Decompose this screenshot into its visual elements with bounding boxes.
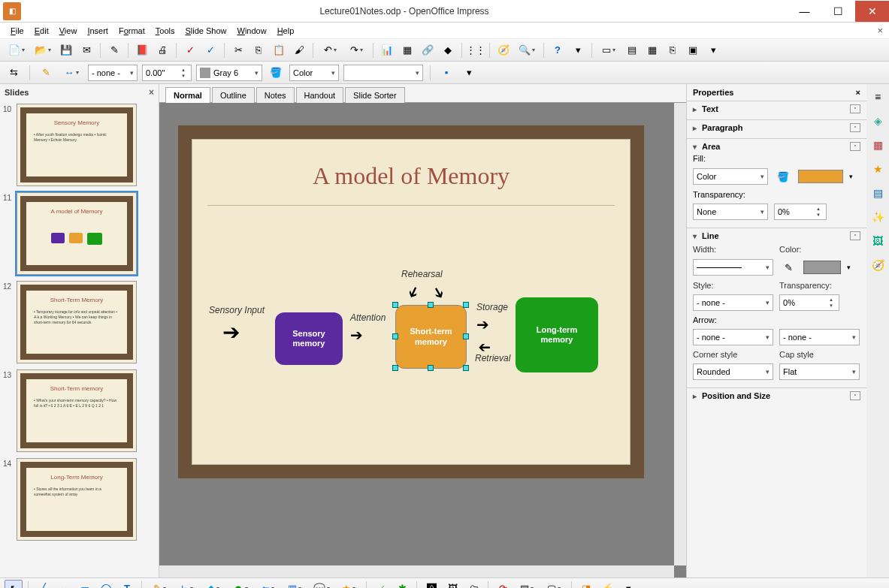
flowcharts-tool[interactable]: ▥ bbox=[283, 580, 307, 589]
menu-view[interactable]: View bbox=[55, 25, 82, 37]
line-trans-spinner[interactable]: 0%▲▼ bbox=[779, 294, 839, 311]
scrollbar-vertical[interactable] bbox=[674, 103, 686, 565]
area-button[interactable]: 🪣 bbox=[267, 64, 285, 82]
menu-insert[interactable]: Insert bbox=[83, 25, 113, 37]
edit-button[interactable]: ✎ bbox=[105, 41, 123, 59]
navigator-button[interactable]: 🧭 bbox=[494, 41, 513, 59]
sidetab-3d[interactable]: ◈ bbox=[869, 113, 886, 129]
shadow-button[interactable]: ▪ bbox=[437, 64, 455, 82]
slide-design-button[interactable]: ▤ bbox=[623, 41, 641, 59]
text-tool[interactable]: T bbox=[118, 580, 136, 589]
new-button[interactable]: 📄 bbox=[5, 41, 29, 59]
line-tool[interactable]: ╱ bbox=[34, 580, 52, 589]
section-position[interactable]: Position and Size bbox=[702, 391, 770, 400]
basic-shapes-tool[interactable]: ◆ bbox=[201, 580, 225, 589]
more-icon[interactable]: ▫ bbox=[850, 142, 860, 151]
tab-handout[interactable]: Handout bbox=[296, 87, 344, 103]
cut-button[interactable]: ✂ bbox=[229, 41, 247, 59]
undo-button[interactable]: ↶ bbox=[318, 41, 342, 59]
highlight-button[interactable]: ✎ bbox=[37, 64, 55, 82]
pencil-icon[interactable]: ✎ bbox=[779, 258, 797, 276]
table-button[interactable]: ▦ bbox=[398, 41, 416, 59]
transparency-type-combo[interactable]: None▾ bbox=[693, 204, 768, 220]
fontwork-tool[interactable]: 🅰 bbox=[422, 580, 440, 589]
line-width-combo[interactable]: ▾ bbox=[693, 259, 773, 276]
interaction-tool[interactable]: ⚡ bbox=[598, 580, 616, 589]
line-color-swatch[interactable] bbox=[803, 261, 841, 274]
arrow-right-combo[interactable]: - none -▾ bbox=[779, 329, 860, 345]
grid-button[interactable]: ⋮⋮ bbox=[467, 41, 485, 59]
connector-tool[interactable]: ⤷ bbox=[174, 580, 198, 589]
tab-notes[interactable]: Notes bbox=[256, 87, 295, 103]
paste-button[interactable]: 📋 bbox=[270, 41, 288, 59]
box-shortterm[interactable]: Short-term memory bbox=[395, 305, 467, 369]
open-button[interactable]: 📂 bbox=[31, 41, 55, 59]
help-button[interactable]: ? bbox=[549, 41, 567, 59]
menu-edit[interactable]: Edit bbox=[30, 25, 53, 37]
arrow-left-combo[interactable]: - none -▾ bbox=[693, 329, 773, 345]
menu-format[interactable]: Format bbox=[114, 25, 150, 37]
stars-tool[interactable]: ★ bbox=[337, 580, 361, 589]
format-paint-button[interactable]: 🖌 bbox=[290, 41, 308, 59]
tab-outline[interactable]: Outline bbox=[212, 87, 255, 103]
menu-slideshow[interactable]: Slide Show bbox=[180, 25, 231, 37]
menu-window[interactable]: Window bbox=[233, 25, 271, 37]
arrange-tool[interactable]: ▢ bbox=[542, 580, 566, 589]
arrow-tool[interactable]: → bbox=[55, 580, 73, 589]
zoom-button[interactable]: 🔍 bbox=[515, 41, 539, 59]
section-line[interactable]: Line bbox=[702, 231, 719, 240]
arrowstyle-button[interactable]: ⇆ bbox=[5, 64, 23, 82]
show-draw-button[interactable]: ◆ bbox=[439, 41, 457, 59]
close-button[interactable]: ✕ bbox=[855, 1, 889, 22]
curve-tool[interactable]: ✎ bbox=[147, 580, 171, 589]
block-arrows-tool[interactable]: ⬅ bbox=[256, 580, 280, 589]
save-button[interactable]: 💾 bbox=[57, 41, 75, 59]
tbmore-button[interactable]: ▾ bbox=[704, 41, 722, 59]
slides-close-button[interactable]: × bbox=[149, 87, 154, 98]
duplicate-slide-button[interactable]: ⎘ bbox=[664, 41, 682, 59]
sidetab-properties[interactable]: ≡ bbox=[869, 89, 886, 105]
spellcheck-button[interactable]: ✓ bbox=[181, 41, 199, 59]
menu-file[interactable]: File bbox=[6, 25, 29, 37]
scrollbar-horizontal[interactable] bbox=[159, 565, 674, 577]
sidetab-layout[interactable]: ▤ bbox=[869, 185, 886, 201]
select-tool[interactable]: ↖ bbox=[5, 580, 23, 589]
line-style-combo[interactable]: - none -▾ bbox=[88, 65, 138, 81]
ellipse-tool[interactable]: ◯ bbox=[97, 580, 115, 589]
doc-close-button[interactable]: × bbox=[877, 25, 883, 36]
slideshow-button[interactable]: ▣ bbox=[684, 41, 702, 59]
points-tool[interactable]: ⟋ bbox=[372, 580, 390, 589]
transparency-spinner[interactable]: 0%▲▼ bbox=[774, 204, 827, 220]
line-width-spinner[interactable]: 0.00"▲▼ bbox=[142, 65, 192, 81]
sidetab-gallery[interactable]: 🖼 bbox=[869, 233, 886, 249]
box-longterm[interactable]: Long-term memory bbox=[516, 297, 598, 372]
more-icon[interactable]: ▫ bbox=[850, 104, 860, 113]
fill-color-combo[interactable]: ▾ bbox=[343, 65, 423, 81]
menu-tools[interactable]: Tools bbox=[151, 25, 180, 37]
slide-layout-button[interactable]: ▦ bbox=[643, 41, 661, 59]
align-tool[interactable]: ▤ bbox=[515, 580, 539, 589]
redo-button[interactable]: ↷ bbox=[344, 41, 368, 59]
sidetab-anim[interactable]: ✨ bbox=[869, 209, 886, 225]
glue-tool[interactable]: ✱ bbox=[393, 580, 411, 589]
section-text[interactable]: Text bbox=[702, 104, 718, 113]
minimize-button[interactable]: — bbox=[788, 1, 821, 22]
rect-tool[interactable]: ▭ bbox=[76, 580, 94, 589]
extrusion-tool[interactable]: ◨ bbox=[577, 580, 595, 589]
sidetab-nav[interactable]: 🧭 bbox=[869, 257, 886, 273]
slide-canvas[interactable]: A model of Memory Sensory Input ➔ Sensor… bbox=[159, 103, 686, 577]
more-icon[interactable]: ▫ bbox=[850, 123, 860, 132]
slide-button[interactable]: ▭ bbox=[597, 41, 621, 59]
more-icon[interactable]: ▫ bbox=[850, 391, 860, 400]
copy-button[interactable]: ⎘ bbox=[249, 41, 268, 59]
callouts-tool[interactable]: 💬 bbox=[310, 580, 334, 589]
symbol-shapes-tool[interactable]: ☻ bbox=[228, 580, 252, 589]
sidetab-star[interactable]: ★ bbox=[869, 161, 886, 177]
gallery-tool[interactable]: 🗂 bbox=[464, 580, 482, 589]
email-button[interactable]: ✉ bbox=[77, 41, 95, 59]
props-close-button[interactable]: × bbox=[856, 88, 860, 97]
more-button[interactable]: ▾ bbox=[569, 41, 587, 59]
autospell-button[interactable]: ✓ bbox=[201, 41, 219, 59]
maximize-button[interactable]: ☐ bbox=[821, 1, 855, 22]
section-paragraph[interactable]: Paragraph bbox=[702, 123, 742, 132]
